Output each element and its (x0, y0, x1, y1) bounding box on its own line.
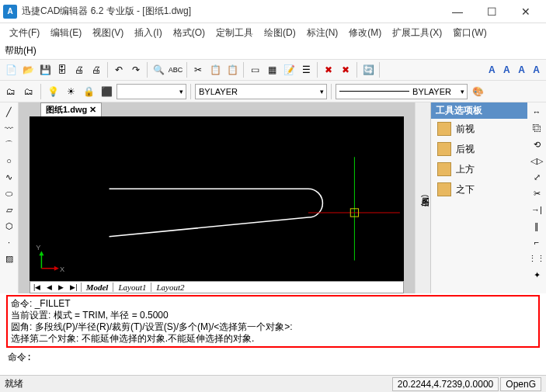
canvas-svg: Y X (30, 116, 404, 281)
find-icon[interactable]: 🔍 (151, 62, 166, 78)
first-tab-icon[interactable]: |◀ (30, 283, 43, 291)
mirror-tool-icon[interactable]: ◁▷ (530, 154, 544, 168)
delete-icon[interactable]: ✖ (338, 62, 353, 78)
explode-tool-icon[interactable]: ✦ (530, 268, 544, 282)
separator (317, 62, 318, 78)
lineweight-dropdown[interactable]: BYLAYER (336, 84, 468, 99)
grid-icon[interactable]: ▦ (264, 62, 280, 78)
svg-marker-6 (54, 266, 59, 271)
rectangle-tool-icon[interactable]: ▱ (2, 203, 16, 217)
menu-edit[interactable]: 编辑(E) (46, 25, 86, 41)
cmd-line: 命令: _FILLET (11, 298, 535, 310)
menu-custom-tools[interactable]: 定制工具 (211, 25, 258, 41)
last-tab-icon[interactable]: ▶| (67, 283, 80, 291)
rotate-tool-icon[interactable]: ⟲ (530, 137, 544, 151)
redo-icon[interactable]: ↷ (128, 62, 144, 78)
menu-file[interactable]: 文件(F) (5, 25, 44, 41)
spline-tool-icon[interactable]: ∿ (2, 170, 16, 184)
view-icon (437, 142, 451, 156)
extend-tool-icon[interactable]: →| (530, 203, 544, 217)
palette-item[interactable]: 之下 (431, 179, 527, 199)
arc-tool-icon[interactable]: ⌒ (2, 137, 16, 151)
main-toolbar: 📄 📂 💾 🗄 🖨 🖨 ↶ ↷ 🔍 ABC ✂ 📋 📋 ▭ ▦ 📝 ☰ ✖ ✖ … (0, 59, 546, 81)
linetype-dropdown[interactable]: BYLAYER (195, 84, 327, 99)
layer-dropdown[interactable] (117, 84, 186, 99)
menu-help[interactable]: 帮助(H) (5, 44, 37, 57)
spellcheck-icon[interactable]: ABC (168, 62, 183, 78)
sun-icon[interactable]: ☀ (63, 84, 78, 99)
array-tool-icon[interactable]: ⋮⋮ (530, 252, 544, 265)
copy-tool-icon[interactable]: ⿻ (530, 121, 544, 135)
layer-manager-icon[interactable]: 🗂 (3, 84, 19, 99)
tab-layout1[interactable]: Layout1 (113, 283, 151, 292)
open-file-icon[interactable]: 📂 (20, 62, 36, 78)
cut-icon[interactable]: ✂ (190, 62, 206, 78)
cmd-line: 当前设置: 模式 = TRIM, 半径 = 0.5000 (11, 310, 535, 321)
text-style-buttons[interactable]: A A A A (489, 64, 543, 75)
new-file-icon[interactable]: 📄 (3, 62, 19, 78)
fillet-tool-icon[interactable]: ⌐ (530, 235, 544, 249)
prev-tab-icon[interactable]: ◀ (43, 283, 55, 291)
polygon-tool-icon[interactable]: ⬡ (2, 219, 16, 233)
tab-layout2[interactable]: Layout2 (151, 283, 189, 292)
palette-item[interactable]: 后视 (431, 139, 527, 159)
save-icon[interactable]: 💾 (37, 62, 53, 78)
status-coords: 20.2244,4.7239,0.0000 (392, 377, 499, 391)
circle-tool-icon[interactable]: ○ (2, 154, 16, 168)
trim-tool-icon[interactable]: ✂ (530, 186, 544, 200)
command-history: 命令: _FILLET 当前设置: 模式 = TRIM, 半径 = 0.5000… (6, 295, 540, 348)
palette-item[interactable]: 前视 (431, 119, 527, 139)
print-icon[interactable]: 🖨 (71, 62, 87, 78)
tab-model[interactable]: Model (81, 283, 113, 292)
paste-icon[interactable]: 📋 (224, 62, 240, 78)
polyline-tool-icon[interactable]: 〰 (2, 121, 16, 135)
save-all-icon[interactable]: 🗄 (54, 62, 70, 78)
line-tool-icon[interactable]: ╱ (2, 105, 16, 119)
lightbulb-on-icon[interactable]: 💡 (45, 84, 61, 99)
menu-modify[interactable]: 修改(M) (344, 25, 386, 41)
title-bar: A 迅捷CAD编辑器 6.2 专业版 - [图纸1.dwg] — ☐ ✕ (0, 0, 546, 23)
palette-item[interactable]: 上方 (431, 159, 527, 179)
separator (147, 62, 148, 78)
separator (40, 84, 41, 99)
menu-insert[interactable]: 插入(I) (130, 25, 166, 41)
close-button[interactable]: ✕ (509, 1, 543, 23)
color-picker-icon[interactable]: 🎨 (470, 84, 485, 99)
offset-tool-icon[interactable]: ‖ (530, 219, 544, 233)
command-input[interactable]: 命令: (0, 349, 546, 366)
menu-format[interactable]: 格式(O) (169, 25, 210, 41)
menu-window[interactable]: 窗口(W) (448, 25, 491, 41)
file-tab[interactable]: 图纸1.dwg ✕ (40, 102, 102, 116)
point-tool-icon[interactable]: · (2, 235, 16, 249)
vtab-draw[interactable]: 绘图 (M) (419, 193, 430, 206)
palette-item-label: 之下 (456, 183, 475, 196)
copy-icon[interactable]: 📋 (207, 62, 223, 78)
menu-dimension[interactable]: 标注(N) (302, 25, 343, 41)
next-tab-icon[interactable]: ▶ (55, 283, 67, 291)
add-icon[interactable]: ✖ (321, 62, 336, 78)
menu-view[interactable]: 视图(V) (88, 25, 128, 41)
separator (190, 84, 191, 99)
move-tool-icon[interactable]: ↔ (530, 105, 544, 119)
separator (107, 62, 108, 78)
list-icon[interactable]: ☰ (298, 62, 314, 78)
hatch-tool-icon[interactable]: ▨ (2, 252, 16, 265)
layer-states-icon[interactable]: 🗂 (21, 84, 37, 99)
select-icon[interactable]: ▭ (247, 62, 263, 78)
color-box-icon[interactable]: ⬛ (99, 84, 114, 99)
scale-tool-icon[interactable]: ⤢ (530, 170, 544, 184)
tab-close-icon[interactable]: ✕ (89, 105, 96, 114)
drawing-canvas[interactable]: Y X (30, 116, 404, 281)
refresh-icon[interactable]: 🔄 (360, 62, 376, 78)
layer-toolbar: 🗂 🗂 💡 ☀ 🔒 ⬛ BYLAYER BYLAYER 🎨 (0, 81, 546, 102)
print-preview-icon[interactable]: 🖨 (89, 62, 104, 78)
maximize-button[interactable]: ☐ (475, 1, 509, 23)
file-tab-row: 图纸1.dwg ✕ (19, 102, 415, 116)
text-icon[interactable]: 📝 (281, 62, 297, 78)
lock-icon[interactable]: 🔒 (81, 84, 96, 99)
minimize-button[interactable]: — (440, 1, 475, 23)
ellipse-tool-icon[interactable]: ⬭ (2, 186, 16, 200)
menu-ext-tools[interactable]: 扩展工具(X) (388, 25, 447, 41)
undo-icon[interactable]: ↶ (111, 62, 127, 78)
menu-draw[interactable]: 绘图(D) (259, 25, 301, 41)
